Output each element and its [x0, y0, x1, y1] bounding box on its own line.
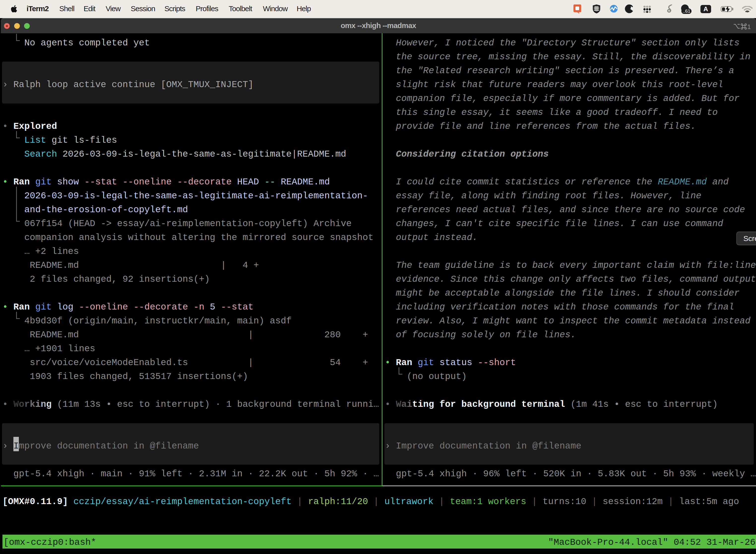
svg-text:1: 1 [747, 23, 751, 30]
